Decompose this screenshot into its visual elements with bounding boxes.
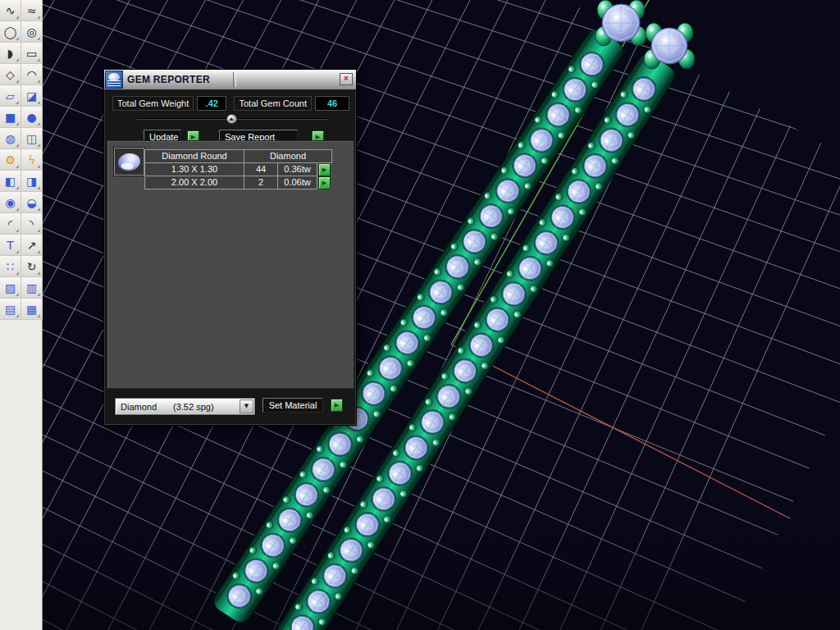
- patch-surface-tool-icon[interactable]: ▱: [0, 85, 21, 107]
- torus-tool-icon[interactable]: ◍: [0, 128, 21, 149]
- boolean-union-tool-icon[interactable]: ◉: [0, 192, 21, 213]
- total-gem-count-label: Total Gem Count: [234, 96, 312, 111]
- explode-tool-icon[interactable]: ϟ: [21, 149, 43, 171]
- gem-table: Diamond RoundDiamond1.30 X 1.30440.36tw▶…: [144, 149, 332, 189]
- array-tool-icon[interactable]: ∷: [0, 256, 21, 277]
- set-material-button[interactable]: Set Material: [262, 398, 323, 413]
- box-tool-icon[interactable]: ■: [0, 107, 21, 128]
- curved-surface-tool-icon[interactable]: ◪: [21, 85, 43, 107]
- grid-fade: [43, 509, 840, 630]
- gem-weight-cell: 0.06tw: [278, 176, 317, 189]
- gem-size-cell: 2.00 X 2.00: [145, 176, 244, 189]
- extrude-tool-icon[interactable]: ▥: [21, 277, 43, 299]
- orient-tool-icon[interactable]: ↻: [21, 256, 43, 277]
- polyline-tool-icon[interactable]: ∿: [0, 0, 21, 21]
- platform-tool-icon[interactable]: ▦: [21, 299, 43, 320]
- left-toolbar: ∿≈◯◎◗▭◇◠▱◪■●◍◫⚙ϟ◧◨◉◒◜◝T↗∷↻▨▥▤▦: [0, 0, 43, 630]
- dialog-title: GEM REPORTER: [127, 74, 210, 85]
- gem-table-header-row: Diamond RoundDiamond: [145, 150, 332, 163]
- boolean-difference-tool-icon[interactable]: ◒: [21, 192, 43, 213]
- gem-thumbnail: [114, 148, 144, 176]
- rectangle-tool-icon[interactable]: ▭: [21, 43, 43, 64]
- material-spg: (3.52 spg): [168, 402, 214, 412]
- titlebar-divider: [233, 72, 236, 87]
- chevron-down-icon[interactable]: ▼: [240, 399, 253, 413]
- gem-shape-header: Diamond Round: [145, 150, 244, 163]
- gem-row-action-button[interactable]: ▶: [318, 163, 331, 176]
- total-gem-count-value: 46: [315, 96, 349, 111]
- gem-size-cell: 1.30 X 1.30: [145, 163, 244, 176]
- arc-tool-icon[interactable]: ◠: [21, 64, 43, 85]
- total-gem-weight-label: Total Gem Weight: [112, 96, 194, 111]
- gear-tool-icon[interactable]: ⚙: [0, 149, 21, 171]
- gem-table-row: 2.00 X 2.0020.06tw▶: [145, 176, 332, 189]
- collapse-toggle-button[interactable]: [226, 114, 237, 124]
- move-tool-icon[interactable]: ↗: [21, 235, 43, 256]
- curve-points-tool-icon[interactable]: ◗: [0, 43, 21, 64]
- gem-table-row: 1.30 X 1.30440.36tw▶: [145, 163, 332, 176]
- gem-weight-cell: 0.36tw: [278, 163, 317, 176]
- polygon-tool-icon[interactable]: ◇: [0, 64, 21, 85]
- scatter-tool-icon[interactable]: ▨: [0, 277, 21, 299]
- gem-count-cell: 44: [244, 163, 278, 176]
- ellipse-tool-icon[interactable]: ◎: [21, 21, 43, 43]
- gem-reporter-app-icon: [105, 71, 123, 89]
- close-icon[interactable]: ×: [340, 73, 353, 85]
- curve-handle-tool-icon[interactable]: ◝: [21, 213, 43, 235]
- trim-tool-icon[interactable]: ◧: [0, 171, 21, 192]
- collapse-slider-row: [137, 114, 327, 125]
- summary-row: Total Gem Weight .42 Total Gem Count 46: [112, 96, 349, 111]
- gem-reporter-dialog: GEM REPORTER × Total Gem Weight .42 Tota…: [103, 69, 357, 426]
- left-gem-head[interactable]: [596, 0, 646, 46]
- material-dropdown[interactable]: Diamond (3.52 spg) ▼: [115, 398, 255, 415]
- text-tool-icon[interactable]: T: [0, 235, 21, 256]
- surface-blend-tool-icon[interactable]: ◫: [21, 128, 43, 149]
- gem-thumbnail-image: [117, 152, 142, 172]
- right-gem-head[interactable]: [644, 23, 695, 69]
- cap-tool-icon[interactable]: ▤: [0, 299, 21, 320]
- gem-list-panel: Diamond RoundDiamond1.30 X 1.30440.36tw▶…: [107, 140, 354, 389]
- blend-curve-tool-icon[interactable]: ◜: [0, 213, 21, 235]
- total-gem-weight-value: .42: [197, 96, 226, 111]
- toolbar-cells: ∿≈◯◎◗▭◇◠▱◪■●◍◫⚙ϟ◧◨◉◒◜◝T↗∷↻▨▥▤▦: [0, 0, 42, 320]
- material-name: Diamond: [116, 402, 157, 412]
- gem-material-header: Diamond: [244, 150, 332, 163]
- control-curve-tool-icon[interactable]: ≈: [21, 0, 43, 21]
- set-material-go-icon[interactable]: ▶: [331, 399, 343, 412]
- circle-tool-icon[interactable]: ◯: [0, 21, 21, 43]
- gem-row-action-button[interactable]: ▶: [318, 176, 331, 189]
- sphere-tool-icon[interactable]: ●: [21, 107, 43, 128]
- split-tool-icon[interactable]: ◨: [21, 171, 43, 192]
- gem-count-cell: 2: [244, 176, 278, 189]
- dialog-titlebar[interactable]: GEM REPORTER ×: [104, 70, 356, 90]
